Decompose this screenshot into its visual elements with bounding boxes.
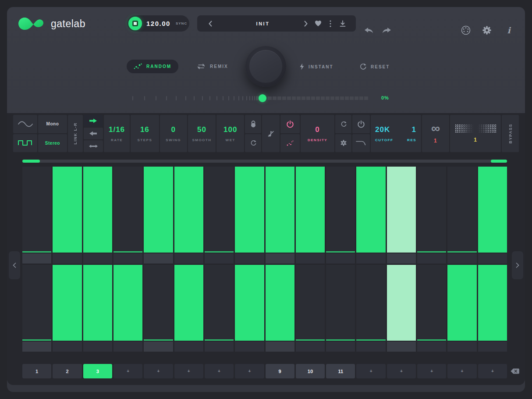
direction-reverse-toggle[interactable] xyxy=(84,128,103,139)
filter-type-toggle[interactable] xyxy=(352,134,370,153)
preset-name[interactable]: INIT xyxy=(228,21,298,26)
step-cell[interactable] xyxy=(447,265,476,341)
step-cell[interactable] xyxy=(478,265,507,341)
pattern-slot-add[interactable]: + xyxy=(356,364,385,378)
page-prev-tab[interactable] xyxy=(9,251,20,279)
step-cell[interactable] xyxy=(83,265,112,341)
step-bar[interactable] xyxy=(53,167,82,253)
step-cell[interactable] xyxy=(387,265,416,341)
step-cell[interactable] xyxy=(417,167,446,253)
step-bar[interactable] xyxy=(387,167,416,253)
step-cell[interactable] xyxy=(144,265,173,341)
step-bar[interactable] xyxy=(356,167,385,253)
step-footer[interactable] xyxy=(205,253,234,264)
wave-square-toggle[interactable] xyxy=(13,134,37,153)
step-footer[interactable] xyxy=(387,253,416,264)
step-cell[interactable] xyxy=(296,167,325,253)
step-bar[interactable] xyxy=(447,265,476,341)
filter-power-toggle[interactable] xyxy=(352,115,370,133)
step-footer[interactable] xyxy=(266,342,294,352)
step-bar[interactable] xyxy=(22,251,51,253)
pattern-slot-add[interactable]: + xyxy=(235,364,264,378)
preset-menu-button[interactable] xyxy=(324,17,337,30)
pattern-slot-add[interactable]: + xyxy=(478,364,507,378)
step-cell[interactable] xyxy=(266,167,294,253)
step-cell[interactable] xyxy=(387,167,416,253)
info-button[interactable]: i xyxy=(503,24,515,37)
step-cell[interactable] xyxy=(22,167,51,253)
step-footer[interactable] xyxy=(235,342,264,352)
step-cell[interactable] xyxy=(174,167,203,253)
step-bar[interactable] xyxy=(235,167,264,253)
step-cell[interactable] xyxy=(326,167,355,253)
preset-prev-button[interactable] xyxy=(204,17,216,30)
step-bar[interactable] xyxy=(235,265,264,341)
step-footer[interactable] xyxy=(205,342,234,352)
step-bar[interactable] xyxy=(113,251,142,253)
step-bar[interactable] xyxy=(83,265,112,341)
step-cell[interactable] xyxy=(235,167,264,253)
step-footer[interactable] xyxy=(478,253,507,264)
smooth-control[interactable]: 50 SMOOTH xyxy=(188,115,216,152)
step-footer[interactable] xyxy=(296,253,325,264)
lock-cycle-toggle[interactable] xyxy=(245,134,261,153)
step-footer[interactable] xyxy=(266,253,294,264)
step-footer[interactable] xyxy=(22,253,51,264)
mute-note-toggle[interactable] xyxy=(262,115,280,152)
random-mode-button[interactable]: RANDOM xyxy=(127,60,178,73)
step-footer[interactable] xyxy=(356,253,385,264)
step-bar[interactable] xyxy=(205,339,234,341)
step-bar[interactable] xyxy=(174,265,203,341)
step-footer[interactable] xyxy=(113,342,142,352)
step-footer[interactable] xyxy=(174,253,203,264)
remix-mode-button[interactable]: REMIX xyxy=(196,63,228,70)
step-cell[interactable] xyxy=(417,265,446,341)
step-cell[interactable] xyxy=(356,167,385,253)
filter-control[interactable]: 20K 1 CUTOFF RES xyxy=(371,115,421,152)
step-cell[interactable] xyxy=(447,167,476,253)
density-control[interactable]: 0 DENSITY xyxy=(301,115,334,152)
instant-mode-button[interactable]: INSTANT xyxy=(299,63,333,70)
loop-length-control[interactable]: ∞ 1 xyxy=(422,115,450,152)
step-footer[interactable] xyxy=(326,342,355,352)
noise-variation-control[interactable]: 1 xyxy=(450,115,501,152)
step-cell[interactable] xyxy=(356,265,385,341)
pattern-slot-11[interactable]: 11 xyxy=(326,364,355,378)
pattern-slot-add[interactable]: + xyxy=(205,364,234,378)
pattern-slot-add[interactable]: + xyxy=(174,364,203,378)
reset-mode-button[interactable]: RESET xyxy=(359,63,390,70)
bpm-value[interactable]: 120.00 xyxy=(146,20,170,27)
step-bar[interactable] xyxy=(296,167,325,253)
step-bar[interactable] xyxy=(447,251,476,253)
step-bar[interactable] xyxy=(296,339,325,341)
pattern-slot-1[interactable]: 1 xyxy=(22,364,51,378)
step-footer[interactable] xyxy=(356,342,385,352)
step-cell[interactable] xyxy=(144,167,173,253)
step-footer[interactable] xyxy=(417,253,446,264)
step-footer[interactable] xyxy=(22,342,51,352)
step-footer[interactable] xyxy=(235,253,264,264)
preset-next-button[interactable] xyxy=(300,17,312,30)
step-cell[interactable] xyxy=(266,265,294,341)
step-footer[interactable] xyxy=(83,253,112,264)
density-random-toggle[interactable] xyxy=(280,134,299,153)
redo-button[interactable] xyxy=(380,24,393,37)
link-lr-toggle[interactable]: LINK L-R xyxy=(68,115,83,152)
step-footer[interactable] xyxy=(53,342,82,352)
step-footer[interactable] xyxy=(387,342,416,352)
preset-favorite-button[interactable] xyxy=(312,17,324,30)
pattern-slot-add[interactable]: + xyxy=(447,364,476,378)
pattern-delete-button[interactable] xyxy=(509,367,521,375)
page-next-tab[interactable] xyxy=(512,251,523,279)
midi-settings-button[interactable] xyxy=(460,24,472,37)
step-footer[interactable] xyxy=(144,342,173,352)
step-footer[interactable] xyxy=(326,253,355,264)
stereo-toggle[interactable]: Stereo xyxy=(38,134,67,153)
step-footer[interactable] xyxy=(174,342,203,352)
step-cell[interactable] xyxy=(235,265,264,341)
density-power-toggle[interactable] xyxy=(280,115,299,133)
step-cell[interactable] xyxy=(296,265,325,341)
progress-end-cap[interactable] xyxy=(491,160,507,163)
step-bar[interactable] xyxy=(22,339,51,341)
step-bar[interactable] xyxy=(266,167,294,253)
